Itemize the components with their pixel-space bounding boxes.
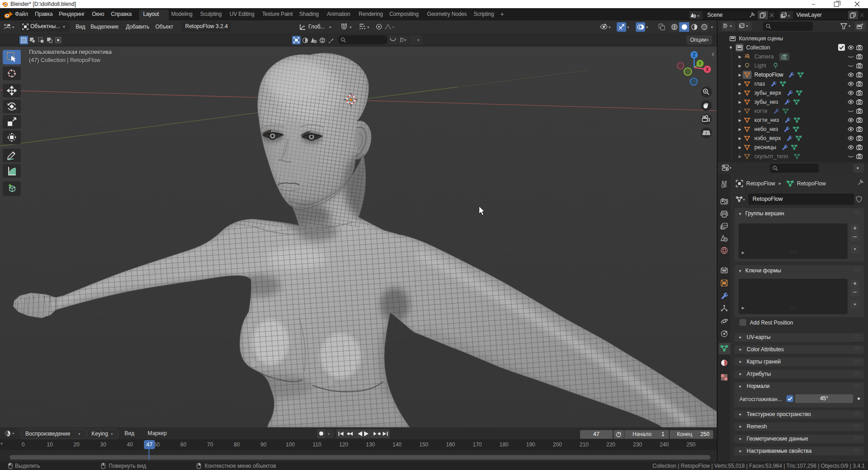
svg-text:Z: Z — [693, 53, 695, 58]
svg-text:X: X — [706, 67, 709, 72]
svg-text:Y: Y — [699, 61, 702, 66]
